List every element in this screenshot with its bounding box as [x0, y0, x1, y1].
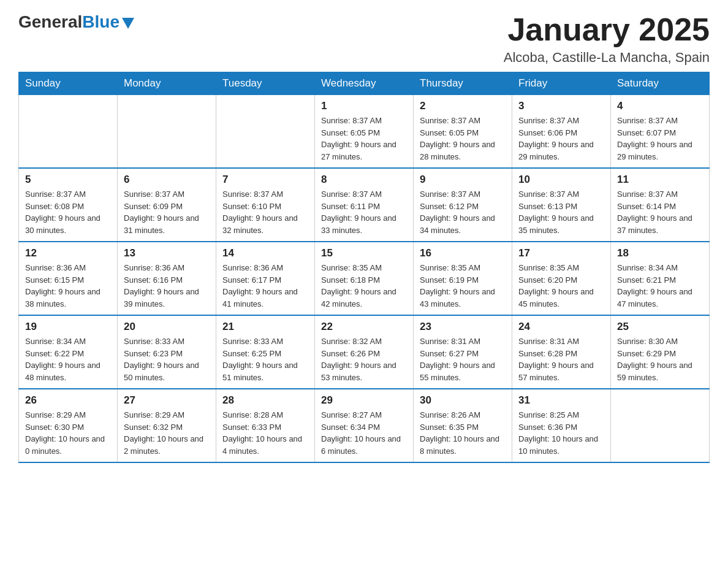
day-info: Sunrise: 8:30 AMSunset: 6:29 PMDaylight:… [617, 335, 703, 383]
day-number: 24 [518, 321, 604, 333]
calendar-cell: 5Sunrise: 8:37 AMSunset: 6:08 PMDaylight… [19, 168, 118, 242]
calendar-cell: 19Sunrise: 8:34 AMSunset: 6:22 PMDayligh… [19, 315, 118, 389]
calendar-cell: 4Sunrise: 8:37 AMSunset: 6:07 PMDaylight… [611, 95, 710, 169]
month-title: January 2025 [504, 12, 710, 47]
calendar-cell: 3Sunrise: 8:37 AMSunset: 6:06 PMDaylight… [512, 95, 611, 169]
calendar-week-row: 1Sunrise: 8:37 AMSunset: 6:05 PMDaylight… [19, 95, 710, 169]
day-info: Sunrise: 8:37 AMSunset: 6:06 PMDaylight:… [518, 115, 604, 163]
day-number: 16 [420, 247, 506, 259]
day-info: Sunrise: 8:29 AMSunset: 6:30 PMDaylight:… [25, 409, 111, 457]
day-info: Sunrise: 8:28 AMSunset: 6:33 PMDaylight:… [222, 409, 308, 457]
day-number: 4 [617, 100, 703, 112]
day-info: Sunrise: 8:37 AMSunset: 6:10 PMDaylight:… [222, 188, 308, 236]
calendar-week-row: 12Sunrise: 8:36 AMSunset: 6:15 PMDayligh… [19, 242, 710, 315]
calendar-cell: 6Sunrise: 8:37 AMSunset: 6:09 PMDaylight… [118, 168, 216, 242]
day-number: 5 [25, 174, 111, 186]
day-info: Sunrise: 8:27 AMSunset: 6:34 PMDaylight:… [321, 409, 407, 457]
calendar-cell: 2Sunrise: 8:37 AMSunset: 6:05 PMDaylight… [414, 95, 512, 169]
day-number: 25 [617, 321, 703, 333]
day-number: 30 [420, 394, 506, 407]
calendar-cell: 31Sunrise: 8:25 AMSunset: 6:36 PMDayligh… [512, 389, 611, 462]
weekday-header-friday: Friday [512, 72, 611, 95]
weekday-header-saturday: Saturday [611, 72, 710, 95]
day-number: 28 [222, 394, 308, 407]
day-info: Sunrise: 8:36 AMSunset: 6:15 PMDaylight:… [25, 262, 111, 310]
day-number: 13 [124, 247, 210, 259]
logo-triangle-icon [122, 18, 134, 29]
calendar-cell: 28Sunrise: 8:28 AMSunset: 6:33 PMDayligh… [216, 389, 315, 462]
title-section: January 2025 Alcoba, Castille-La Mancha,… [504, 12, 710, 66]
day-number: 26 [25, 394, 111, 407]
day-info: Sunrise: 8:37 AMSunset: 6:05 PMDaylight:… [321, 115, 407, 163]
calendar-cell: 7Sunrise: 8:37 AMSunset: 6:10 PMDaylight… [216, 168, 315, 242]
calendar-cell: 10Sunrise: 8:37 AMSunset: 6:13 PMDayligh… [512, 168, 611, 242]
calendar-cell: 9Sunrise: 8:37 AMSunset: 6:12 PMDaylight… [414, 168, 512, 242]
calendar-table: SundayMondayTuesdayWednesdayThursdayFrid… [18, 72, 710, 463]
calendar-cell: 13Sunrise: 8:36 AMSunset: 6:16 PMDayligh… [118, 242, 216, 315]
day-number: 21 [222, 321, 308, 333]
calendar-cell: 16Sunrise: 8:35 AMSunset: 6:19 PMDayligh… [414, 242, 512, 315]
day-number: 3 [518, 100, 604, 112]
weekday-header-thursday: Thursday [414, 72, 512, 95]
day-info: Sunrise: 8:34 AMSunset: 6:21 PMDaylight:… [617, 262, 703, 310]
calendar-cell: 29Sunrise: 8:27 AMSunset: 6:34 PMDayligh… [315, 389, 414, 462]
calendar-cell [118, 95, 216, 169]
day-number: 7 [222, 174, 308, 186]
day-info: Sunrise: 8:37 AMSunset: 6:09 PMDaylight:… [124, 188, 210, 236]
day-info: Sunrise: 8:37 AMSunset: 6:07 PMDaylight:… [617, 115, 703, 163]
day-info: Sunrise: 8:25 AMSunset: 6:36 PMDaylight:… [518, 409, 604, 457]
calendar-cell: 25Sunrise: 8:30 AMSunset: 6:29 PMDayligh… [611, 315, 710, 389]
day-info: Sunrise: 8:32 AMSunset: 6:26 PMDaylight:… [321, 335, 407, 383]
weekday-header-tuesday: Tuesday [216, 72, 315, 95]
day-number: 1 [321, 100, 407, 112]
day-number: 18 [617, 247, 703, 259]
day-number: 12 [25, 247, 111, 259]
day-number: 11 [617, 174, 703, 186]
calendar-cell: 22Sunrise: 8:32 AMSunset: 6:26 PMDayligh… [315, 315, 414, 389]
day-number: 20 [124, 321, 210, 333]
day-info: Sunrise: 8:37 AMSunset: 6:05 PMDaylight:… [420, 115, 506, 163]
day-number: 22 [321, 321, 407, 333]
day-number: 19 [25, 321, 111, 333]
day-number: 29 [321, 394, 407, 407]
weekday-header-wednesday: Wednesday [315, 72, 414, 95]
day-info: Sunrise: 8:37 AMSunset: 6:08 PMDaylight:… [25, 188, 111, 236]
day-info: Sunrise: 8:35 AMSunset: 6:18 PMDaylight:… [321, 262, 407, 310]
day-info: Sunrise: 8:36 AMSunset: 6:17 PMDaylight:… [222, 262, 308, 310]
calendar-week-row: 19Sunrise: 8:34 AMSunset: 6:22 PMDayligh… [19, 315, 710, 389]
calendar-cell: 21Sunrise: 8:33 AMSunset: 6:25 PMDayligh… [216, 315, 315, 389]
location-text: Alcoba, Castille-La Mancha, Spain [504, 50, 710, 66]
calendar-cell: 12Sunrise: 8:36 AMSunset: 6:15 PMDayligh… [19, 242, 118, 315]
day-number: 6 [124, 174, 210, 186]
calendar-cell: 17Sunrise: 8:35 AMSunset: 6:20 PMDayligh… [512, 242, 611, 315]
day-info: Sunrise: 8:36 AMSunset: 6:16 PMDaylight:… [124, 262, 210, 310]
day-info: Sunrise: 8:34 AMSunset: 6:22 PMDaylight:… [25, 335, 111, 383]
calendar-cell [19, 95, 118, 169]
page-header: General Blue January 2025 Alcoba, Castil… [18, 12, 710, 66]
day-number: 15 [321, 247, 407, 259]
calendar-cell [611, 389, 710, 462]
logo: General Blue [18, 12, 134, 32]
day-info: Sunrise: 8:37 AMSunset: 6:12 PMDaylight:… [420, 188, 506, 236]
day-info: Sunrise: 8:33 AMSunset: 6:23 PMDaylight:… [124, 335, 210, 383]
calendar-cell: 26Sunrise: 8:29 AMSunset: 6:30 PMDayligh… [19, 389, 118, 462]
logo-blue-part: Blue [82, 12, 134, 32]
day-number: 8 [321, 174, 407, 186]
day-number: 2 [420, 100, 506, 112]
day-info: Sunrise: 8:35 AMSunset: 6:19 PMDaylight:… [420, 262, 506, 310]
weekday-header-sunday: Sunday [19, 72, 118, 95]
calendar-cell: 15Sunrise: 8:35 AMSunset: 6:18 PMDayligh… [315, 242, 414, 315]
calendar-cell: 1Sunrise: 8:37 AMSunset: 6:05 PMDaylight… [315, 95, 414, 169]
calendar-cell: 23Sunrise: 8:31 AMSunset: 6:27 PMDayligh… [414, 315, 512, 389]
day-number: 17 [518, 247, 604, 259]
logo-blue-text: Blue [82, 12, 119, 32]
logo-general-text: General [18, 12, 82, 32]
calendar-cell: 27Sunrise: 8:29 AMSunset: 6:32 PMDayligh… [118, 389, 216, 462]
day-info: Sunrise: 8:33 AMSunset: 6:25 PMDaylight:… [222, 335, 308, 383]
day-number: 14 [222, 247, 308, 259]
day-number: 27 [124, 394, 210, 407]
calendar-cell: 8Sunrise: 8:37 AMSunset: 6:11 PMDaylight… [315, 168, 414, 242]
day-info: Sunrise: 8:31 AMSunset: 6:27 PMDaylight:… [420, 335, 506, 383]
calendar-cell [216, 95, 315, 169]
day-info: Sunrise: 8:37 AMSunset: 6:14 PMDaylight:… [617, 188, 703, 236]
